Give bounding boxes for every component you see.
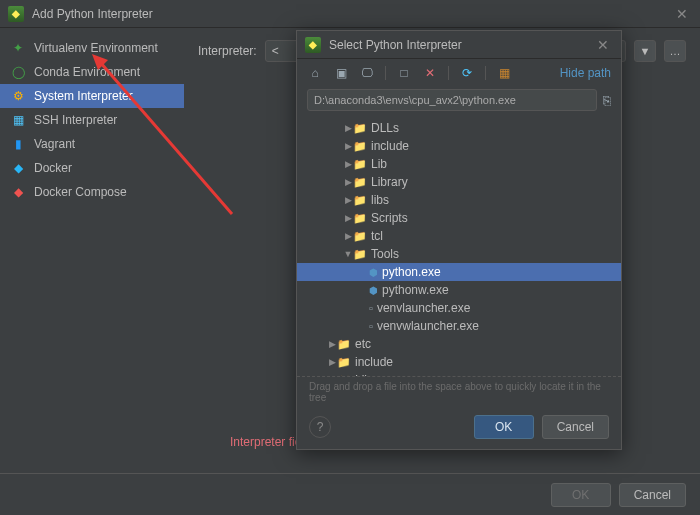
separator (448, 66, 449, 80)
folder-icon: 📁 (353, 140, 367, 153)
env-label: Virtualenv Environment (34, 41, 158, 55)
env-type-ssh[interactable]: ▦SSH Interpreter (0, 108, 184, 132)
chevron-icon: ▶ (343, 159, 353, 169)
tree-folder[interactable]: ▶📁include (309, 137, 615, 155)
env-label: Conda Environment (34, 65, 140, 79)
tree-file[interactable]: ▫venvwlauncher.exe (309, 317, 615, 335)
tree-label: Scripts (371, 211, 408, 225)
tree-folder[interactable]: ▶📁libs (309, 191, 615, 209)
help-icon[interactable]: ? (309, 416, 331, 438)
tree-label: include (355, 355, 393, 369)
folder-icon: 📁 (353, 194, 367, 207)
vagrant-icon: ▮ (10, 136, 26, 152)
python-file-icon: ⬢ (369, 267, 378, 278)
delete-icon[interactable]: ✕ (422, 65, 438, 81)
drop-hint: Drag and drop a file into the space abov… (297, 376, 621, 405)
tree-label: Lib (371, 157, 387, 171)
desktop-icon[interactable]: 🖵 (359, 65, 375, 81)
path-input[interactable] (307, 89, 597, 111)
chevron-icon: ▶ (327, 339, 337, 349)
env-label: Vagrant (34, 137, 75, 151)
folder-icon: 📁 (353, 212, 367, 225)
folder-icon: 📁 (337, 374, 351, 377)
close-icon[interactable]: ✕ (672, 6, 692, 22)
tree-folder[interactable]: ▼📁Tools (309, 245, 615, 263)
env-label: Docker Compose (34, 185, 127, 199)
tree-label: tcl (371, 229, 383, 243)
tree-file[interactable]: ▫venvlauncher.exe (309, 299, 615, 317)
dropdown-button[interactable]: ▼ (634, 40, 656, 62)
dialog-title: Add Python Interpreter (32, 7, 672, 21)
tree-folder[interactable]: ▶📁etc (309, 335, 615, 353)
chevron-icon: ▶ (343, 141, 353, 151)
folder-icon: 📁 (353, 230, 367, 243)
app-icon: ◆ (305, 37, 321, 53)
ok-button[interactable]: OK (551, 483, 611, 507)
show-hidden-icon[interactable]: ▦ (496, 65, 512, 81)
chevron-icon: ▶ (343, 231, 353, 241)
file-chooser-toolbar: ⌂ ▣ 🖵 □ ✕ ⟳ ▦ Hide path (297, 59, 621, 87)
tree-folder[interactable]: ▶📁include (309, 353, 615, 371)
folder-icon: 📁 (353, 158, 367, 171)
env-type-docker[interactable]: ◆Docker (0, 156, 184, 180)
env-type-conda[interactable]: ◯Conda Environment (0, 60, 184, 84)
python-file-icon: ⬢ (369, 285, 378, 296)
tree-folder[interactable]: ▶📁Lib (309, 155, 615, 173)
tree-label: python.exe (382, 265, 441, 279)
hide-path-link[interactable]: Hide path (560, 66, 611, 80)
folder-icon: 📁 (353, 176, 367, 189)
folder-icon: 📁 (337, 356, 351, 369)
popup-titlebar: ◆ Select Python Interpreter ✕ (297, 31, 621, 59)
popup-title: Select Python Interpreter (329, 38, 593, 52)
tree-label: Tools (371, 247, 399, 261)
close-icon[interactable]: ✕ (593, 37, 613, 53)
ssh-icon: ▦ (10, 112, 26, 128)
docker-icon: ◆ (10, 160, 26, 176)
cancel-button[interactable]: Cancel (542, 415, 609, 439)
tree-label: libs (371, 193, 389, 207)
folder-icon: 📁 (337, 338, 351, 351)
separator (485, 66, 486, 80)
tree-folder[interactable]: ▶📁Library (309, 173, 615, 191)
chevron-icon: ▶ (327, 357, 337, 367)
new-folder-icon[interactable]: □ (396, 65, 412, 81)
project-icon[interactable]: ▣ (333, 65, 349, 81)
tree-label: DLLs (371, 121, 399, 135)
ok-button[interactable]: OK (474, 415, 534, 439)
tree-label: etc (355, 337, 371, 351)
tree-label: venvwlauncher.exe (377, 319, 479, 333)
tree-folder[interactable]: ▶📁DLLs (309, 119, 615, 137)
refresh-icon[interactable]: ⟳ (459, 65, 475, 81)
env-type-system[interactable]: ⚙System Interpreter (0, 84, 184, 108)
browse-button[interactable]: … (664, 40, 686, 62)
env-type-vagrant[interactable]: ▮Vagrant (0, 132, 184, 156)
popup-footer: ? OK Cancel (297, 405, 621, 449)
tree-folder[interactable]: ▶📁Lib (309, 371, 615, 376)
tree-folder[interactable]: ▶📁tcl (309, 227, 615, 245)
compose-icon: ◆ (10, 184, 26, 200)
chevron-icon: ▶ (343, 177, 353, 187)
conda-icon: ◯ (10, 64, 26, 80)
env-label: Docker (34, 161, 72, 175)
env-type-virtualenv[interactable]: ✦Virtualenv Environment (0, 36, 184, 60)
tree-file[interactable]: ⬢pythonw.exe (309, 281, 615, 299)
chevron-icon: ▼ (343, 249, 353, 259)
env-type-compose[interactable]: ◆Docker Compose (0, 180, 184, 204)
tree-file[interactable]: ⬢python.exe (297, 263, 621, 281)
tree-label: pythonw.exe (382, 283, 449, 297)
tree-label: venvlauncher.exe (377, 301, 470, 315)
separator (385, 66, 386, 80)
virtualenv-icon: ✦ (10, 40, 26, 56)
chevron-icon: ▶ (343, 213, 353, 223)
tree-folder[interactable]: ▶📁Scripts (309, 209, 615, 227)
tree-label: include (371, 139, 409, 153)
system-icon: ⚙ (10, 88, 26, 104)
dialog-footer: OK Cancel (0, 473, 700, 515)
cancel-button[interactable]: Cancel (619, 483, 686, 507)
file-icon: ▫ (369, 302, 373, 314)
home-icon[interactable]: ⌂ (307, 65, 323, 81)
app-icon: ◆ (8, 6, 24, 22)
env-label: SSH Interpreter (34, 113, 117, 127)
file-tree[interactable]: ▶📁DLLs▶📁include▶📁Lib▶📁Library▶📁libs▶📁Scr… (297, 119, 621, 376)
tree-locate-icon[interactable]: ⎘ (603, 93, 611, 108)
